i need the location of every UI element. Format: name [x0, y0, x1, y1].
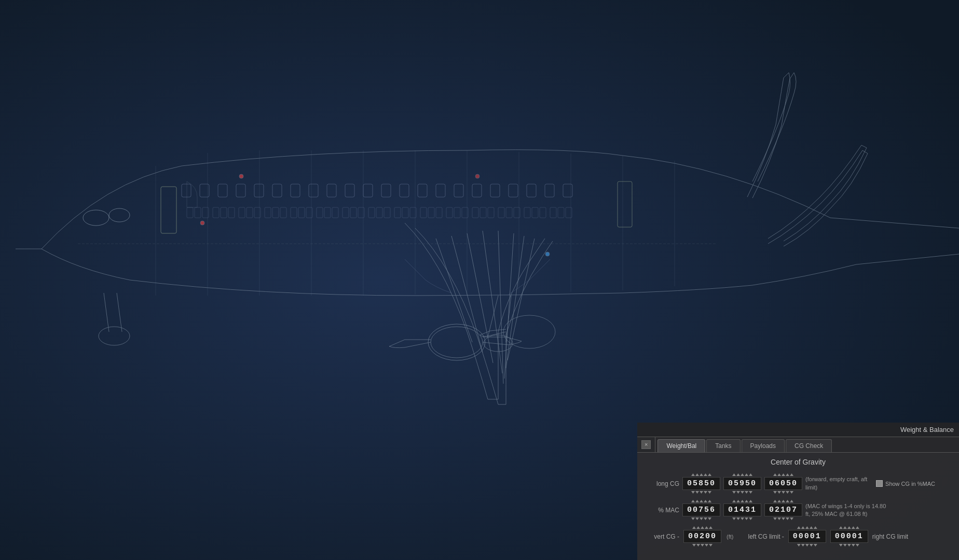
- long-cg-down-arrows[interactable]: [691, 491, 711, 494]
- arrow-down-4: [704, 491, 707, 494]
- left-limit-down-arrows[interactable]: [797, 544, 817, 547]
- arrow-down-c: [741, 491, 744, 494]
- arrow-down-g: [777, 491, 781, 494]
- right-cg-label: right CG limit: [872, 533, 908, 540]
- tab-payloads[interactable]: Payloads: [742, 439, 785, 452]
- wb-content: Center of Gravity long CG 05850: [637, 453, 959, 560]
- vert-cg-unit: (ft): [727, 534, 733, 540]
- long-cg-value2-control[interactable]: 05950: [723, 473, 761, 494]
- right-cg-limit-value[interactable]: 00001: [830, 530, 868, 543]
- section-title: Center of Gravity: [646, 458, 951, 466]
- long-cg-up-arrows[interactable]: [691, 473, 711, 476]
- svg-point-101: [239, 174, 243, 178]
- long-cg2-up-arrows[interactable]: [732, 473, 752, 476]
- arrow-up-j: [790, 473, 793, 476]
- show-mac-checkbox[interactable]: Show CG in %MAC: [876, 480, 935, 487]
- long-cg-value1[interactable]: 05850: [682, 477, 720, 490]
- pct-mac-row: % MAC 00756: [646, 500, 951, 520]
- long-cg-value3[interactable]: 06050: [764, 477, 802, 490]
- arrow-up-g: [777, 473, 781, 476]
- long-cg-description: (forward, empty craft, aft limit): [805, 475, 873, 492]
- svg-point-104: [545, 252, 550, 256]
- long-cg-label: long CG: [646, 480, 679, 487]
- right-limit-down-arrows[interactable]: [839, 544, 859, 547]
- tab-cg-check[interactable]: CG Check: [786, 439, 832, 452]
- arrow-down-h: [782, 491, 785, 494]
- arrow-down-j: [790, 491, 793, 494]
- arrow-up-1: [691, 473, 695, 476]
- arrow-down-a: [732, 491, 736, 494]
- left-cg-limit-value[interactable]: 00001: [788, 530, 826, 543]
- vert-cg-down-arrows[interactable]: [692, 544, 713, 547]
- mac1-up-arrows[interactable]: [691, 500, 711, 502]
- wb-panel: Weight & Balance × Weight/Bal Tanks Payl…: [637, 423, 959, 560]
- mac-value2[interactable]: 01431: [723, 503, 761, 516]
- svg-point-102: [200, 221, 204, 225]
- long-cg-value1-control[interactable]: 05850: [682, 473, 720, 494]
- arrow-up-h: [782, 473, 785, 476]
- arrow-down-1: [691, 491, 695, 494]
- mac2-down-arrows[interactable]: [732, 517, 752, 520]
- vert-cg-label: vert CG -: [646, 533, 679, 540]
- arrow-up-5: [708, 473, 711, 476]
- long-cg2-down-arrows[interactable]: [732, 491, 752, 494]
- arrow-up-b: [736, 473, 740, 476]
- mac-value3-control[interactable]: 02107: [764, 500, 802, 520]
- tab-weight-bal[interactable]: Weight/Bal: [657, 439, 705, 452]
- right-limit-up-arrows[interactable]: [839, 526, 859, 529]
- mac1-down-arrows[interactable]: [691, 517, 711, 520]
- arrow-up-a: [732, 473, 736, 476]
- arrow-down-b: [736, 491, 740, 494]
- arrow-down-2: [695, 491, 699, 494]
- wb-title-bar: Weight & Balance: [637, 423, 959, 437]
- long-cg-row: long CG 05850: [646, 473, 951, 494]
- mac3-up-arrows[interactable]: [773, 500, 793, 502]
- right-cg-limit-control[interactable]: 00001: [830, 526, 868, 547]
- svg-point-103: [475, 174, 480, 178]
- left-cg-limit-label: left CG limit -: [748, 533, 784, 540]
- arrow-up-i: [786, 473, 789, 476]
- mac-value3[interactable]: 02107: [764, 503, 802, 516]
- arrow-up-4: [704, 473, 707, 476]
- mac-note: (MAC of wings 1-4 only is 14.80 ft, 25% …: [805, 502, 888, 518]
- left-limit-up-arrows[interactable]: [797, 526, 817, 529]
- long-cg3-down-arrows[interactable]: [773, 491, 793, 494]
- tab-tanks[interactable]: Tanks: [706, 439, 740, 452]
- long-cg-value3-control[interactable]: 06050: [764, 473, 802, 494]
- wb-panel-title: Weight & Balance: [900, 426, 954, 433]
- long-cg-value2[interactable]: 05950: [723, 477, 761, 490]
- arrow-down-e: [749, 491, 752, 494]
- mac2-up-arrows[interactable]: [732, 500, 752, 502]
- arrow-down-i: [786, 491, 789, 494]
- tabs-container: Weight/Bal Tanks Payloads CG Check: [655, 437, 959, 452]
- checkbox-indicator: [876, 480, 883, 487]
- long-cg3-up-arrows[interactable]: [773, 473, 793, 476]
- show-mac-label: Show CG in %MAC: [885, 481, 935, 487]
- mac3-down-arrows[interactable]: [773, 517, 793, 520]
- pct-mac-label: % MAC: [646, 507, 679, 514]
- vert-cg-value-control[interactable]: 00200: [683, 526, 721, 547]
- close-button[interactable]: ×: [641, 440, 651, 449]
- vert-cg-up-arrows[interactable]: [692, 526, 713, 529]
- mac-value2-control[interactable]: 01431: [723, 500, 761, 520]
- arrow-up-f: [773, 473, 777, 476]
- mac-value1[interactable]: 00756: [682, 503, 720, 516]
- arrow-down-d: [745, 491, 748, 494]
- arrow-down-f: [773, 491, 777, 494]
- mac-value1-control[interactable]: 00756: [682, 500, 720, 520]
- arrow-up-c: [741, 473, 744, 476]
- arrow-up-d: [745, 473, 748, 476]
- arrow-up-2: [695, 473, 699, 476]
- arrow-down-5: [708, 491, 711, 494]
- vert-cg-value[interactable]: 00200: [683, 530, 721, 543]
- arrow-up-e: [749, 473, 752, 476]
- arrow-down-3: [700, 491, 703, 494]
- arrow-up-3: [700, 473, 703, 476]
- left-cg-limit-control[interactable]: 00001: [788, 526, 826, 547]
- vert-cg-row: vert CG - 00200: [646, 526, 951, 547]
